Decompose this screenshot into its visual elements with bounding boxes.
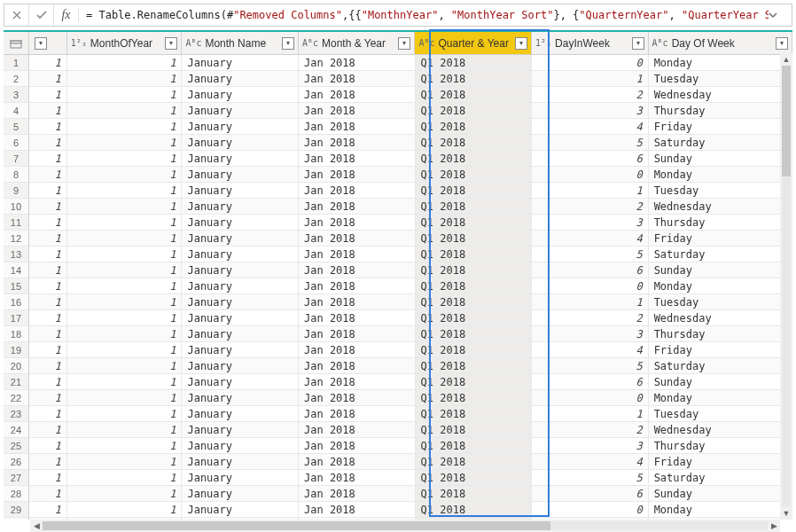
cell-monthofyear[interactable]: 1 [67,55,183,71]
row-header[interactable]: 29 [4,502,29,518]
cell-dayinweek[interactable]: 1 [532,71,649,87]
filter-icon[interactable]: ▾ [776,37,788,50]
cell-quarteryear[interactable]: Q1 2018 [416,454,533,470]
table-row[interactable]: 211JanuaryJan 2018Q1 20181Tuesday [4,71,792,87]
cell-monthyear[interactable]: Jan 2018 [299,438,416,454]
cell[interactable]: 1 [29,422,67,438]
cell-dayinweek[interactable]: 6 [532,374,649,390]
cell-monthofyear[interactable]: 1 [67,502,183,518]
cell-quarteryear[interactable]: Q1 2018 [416,71,533,87]
cell-dayofweek[interactable]: Wednesday [649,199,792,215]
table-row[interactable]: 2111JanuaryJan 2018Q1 20186Sunday [4,374,792,390]
cell-monthofyear[interactable]: 1 [67,262,183,278]
row-header[interactable]: 18 [4,326,29,342]
cell-dayofweek[interactable]: Monday [649,278,792,294]
row-header[interactable]: 1 [4,55,29,71]
cell-dayofweek[interactable]: Monday [649,55,792,71]
row-header[interactable]: 9 [4,183,29,199]
cell-dayinweek[interactable]: 6 [532,262,649,278]
cell-monthyear[interactable]: Jan 2018 [299,135,416,151]
cell[interactable]: 1 [29,502,67,518]
cell-dayinweek[interactable]: 1 [532,183,649,199]
cell-quarteryear[interactable]: Q1 2018 [416,390,533,406]
cell-quarteryear[interactable]: Q1 2018 [416,87,533,103]
cell-quarteryear[interactable]: Q1 2018 [416,406,533,422]
cell-dayofweek[interactable]: Wednesday [649,87,792,103]
cell-dayofweek[interactable]: Friday [649,454,792,470]
cell-monthofyear[interactable]: 1 [67,103,183,119]
column-header-blank[interactable]: ▾ [29,32,67,54]
filter-icon[interactable]: ▾ [398,37,410,50]
cell-monthyear[interactable]: Jan 2018 [299,374,416,390]
cell-dayinweek[interactable]: 6 [532,151,649,167]
filter-icon[interactable]: ▾ [282,37,294,50]
row-header[interactable]: 11 [4,215,29,231]
cell-dayofweek[interactable]: Tuesday [649,294,792,310]
cell-monthname[interactable]: January [182,119,299,135]
column-header-dayinweek[interactable]: 1²₃ DayInWeek ▾ [532,32,649,54]
cell[interactable]: 1 [29,87,67,103]
row-header[interactable]: 27 [4,470,29,486]
cell-dayofweek[interactable]: Saturday [649,358,792,374]
row-header[interactable]: 2 [4,71,29,87]
cell-monthyear[interactable]: Jan 2018 [299,502,416,518]
table-row[interactable]: 811JanuaryJan 2018Q1 20180Monday [4,167,792,183]
cell-dayinweek[interactable]: 3 [532,438,649,454]
cell-quarteryear[interactable]: Q1 2018 [416,486,533,502]
cell-dayofweek[interactable]: Saturday [649,135,792,151]
scroll-left-icon[interactable]: ◀ [30,520,43,532]
cell[interactable]: 1 [29,278,67,294]
table-corner-button[interactable] [4,32,29,54]
cell-dayinweek[interactable]: 5 [532,358,649,374]
cell-quarteryear[interactable]: Q1 2018 [416,167,533,183]
scroll-right-icon[interactable]: ▶ [768,520,780,532]
cell-monthname[interactable]: January [182,135,299,151]
cell-quarteryear[interactable]: Q1 2018 [416,294,533,310]
cell-dayinweek[interactable]: 1 [532,294,649,310]
cell-quarteryear[interactable]: Q1 2018 [416,326,533,342]
table-row[interactable]: 1811JanuaryJan 2018Q1 20183Thursday [4,326,792,342]
cell-dayinweek[interactable]: 6 [532,486,649,502]
row-header[interactable]: 10 [4,199,29,215]
cell[interactable]: 1 [29,374,67,390]
cell-monthyear[interactable]: Jan 2018 [299,103,416,119]
table-row[interactable]: 1611JanuaryJan 2018Q1 20181Tuesday [4,294,792,310]
cell-dayofweek[interactable]: Friday [649,119,792,135]
cell-monthname[interactable]: January [182,183,299,199]
cell-monthname[interactable]: January [182,438,299,454]
cell[interactable]: 1 [29,71,67,87]
cell[interactable]: 1 [29,167,67,183]
cell[interactable]: 1 [29,135,67,151]
cell-monthyear[interactable]: Jan 2018 [299,278,416,294]
cell-dayofweek[interactable]: Thursday [649,103,792,119]
cell[interactable]: 1 [29,310,67,326]
cell-monthname[interactable]: January [182,87,299,103]
cell-dayofweek[interactable]: Tuesday [649,71,792,87]
cell-dayofweek[interactable]: Sunday [649,374,792,390]
cell-monthname[interactable]: January [182,246,299,262]
column-header-quarterandyear[interactable]: Aᴮc Quarter & Year ▾ [415,32,532,54]
cell-dayinweek[interactable]: 0 [532,390,649,406]
cell-monthyear[interactable]: Jan 2018 [299,390,416,406]
cell-quarteryear[interactable]: Q1 2018 [416,215,533,231]
table-row[interactable]: 2311JanuaryJan 2018Q1 20181Tuesday [4,406,792,422]
row-header[interactable]: 13 [4,246,29,262]
cell-monthname[interactable]: January [182,358,299,374]
cell-monthofyear[interactable]: 1 [67,278,183,294]
cell-dayinweek[interactable]: 4 [532,342,649,358]
cell-monthofyear[interactable]: 1 [67,454,183,470]
cell-monthyear[interactable]: Jan 2018 [299,183,416,199]
cell-monthname[interactable]: January [182,199,299,215]
vertical-scrollbar[interactable]: ▲ ▼ [780,53,792,520]
cell-monthname[interactable]: January [182,502,299,518]
row-header[interactable]: 21 [4,374,29,390]
cell[interactable]: 1 [29,103,67,119]
cell-dayofweek[interactable]: Thursday [649,215,792,231]
cell-quarteryear[interactable]: Q1 2018 [416,55,533,71]
cell-dayinweek[interactable]: 2 [532,199,649,215]
cell-monthname[interactable]: January [182,406,299,422]
scroll-up-icon[interactable]: ▲ [780,53,792,66]
cell-monthyear[interactable]: Jan 2018 [299,326,416,342]
cell-dayofweek[interactable]: Sunday [649,262,792,278]
cell-monthofyear[interactable]: 1 [67,119,183,135]
